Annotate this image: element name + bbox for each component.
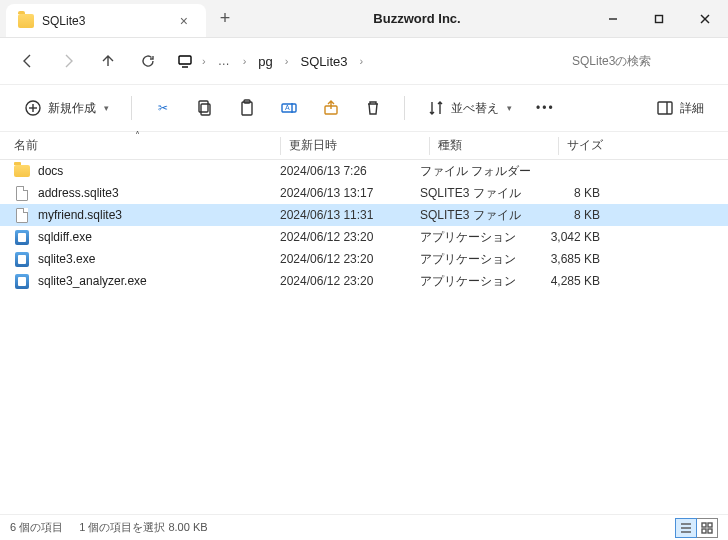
file-size: 8 KB: [540, 186, 620, 200]
search-input[interactable]: SQLite3の検索: [568, 47, 718, 76]
svg-rect-23: [708, 523, 712, 527]
forward-button[interactable]: [50, 43, 86, 79]
maximize-button[interactable]: [636, 0, 682, 37]
close-button[interactable]: [682, 0, 728, 37]
breadcrumb-seg-pg[interactable]: pg: [254, 52, 276, 71]
command-bar: 新規作成 ▾ ✂ A 並べ替え ▾ ••• 詳細: [0, 84, 728, 132]
view-thumbnails-button[interactable]: [696, 518, 718, 538]
chevron-right-icon[interactable]: ›: [353, 55, 369, 67]
file-date: 2024/06/12 23:20: [280, 230, 420, 244]
refresh-button[interactable]: [130, 43, 166, 79]
column-date[interactable]: 更新日時: [289, 137, 429, 154]
file-date: 2024/06/13 11:31: [280, 208, 420, 222]
file-name: docs: [38, 164, 63, 178]
table-row[interactable]: docs2024/06/13 7:26ファイル フォルダー: [0, 160, 728, 182]
folder-icon: [18, 14, 34, 28]
file-date: 2024/06/12 23:20: [280, 252, 420, 266]
svg-rect-17: [658, 102, 672, 114]
share-button[interactable]: [312, 91, 350, 125]
rename-icon: A: [280, 99, 298, 117]
status-selection: 1 個の項目を選択 8.00 KB: [79, 520, 207, 535]
exe-icon: [14, 273, 30, 289]
tab-title: SQLite3: [42, 14, 85, 28]
column-size[interactable]: サイズ: [567, 137, 728, 154]
file-name: sqlite3.exe: [38, 252, 95, 266]
file-size: 3,042 KB: [540, 230, 620, 244]
file-list: docs2024/06/13 7:26ファイル フォルダーaddress.sql…: [0, 160, 728, 292]
status-bar: 6 個の項目 1 個の項目を選択 8.00 KB: [0, 514, 728, 540]
view-details-button[interactable]: [675, 518, 697, 538]
breadcrumb[interactable]: › … › pg › SQLite3 ›: [176, 52, 564, 71]
details-icon: [656, 99, 674, 117]
sort-indicator-icon: ˄: [135, 130, 140, 141]
chevron-down-icon: ▾: [104, 103, 109, 113]
svg-rect-22: [702, 523, 706, 527]
titlebar: SQLite3 × + Buzzword Inc.: [0, 0, 728, 38]
separator: [131, 96, 132, 120]
status-count: 6 個の項目: [10, 520, 63, 535]
copy-icon: [196, 99, 214, 117]
delete-button[interactable]: [354, 91, 392, 125]
svg-rect-24: [702, 529, 706, 533]
column-headers: ˄ 名前 更新日時 種類 サイズ: [0, 132, 728, 160]
rename-button[interactable]: A: [270, 91, 308, 125]
svg-text:A: A: [285, 104, 290, 111]
breadcrumb-seg-sqlite3[interactable]: SQLite3: [296, 52, 351, 71]
chevron-right-icon[interactable]: ›: [279, 55, 295, 67]
clipboard-icon: [238, 99, 256, 117]
minimize-button[interactable]: [590, 0, 636, 37]
table-row[interactable]: sqlite3_analyzer.exe2024/06/12 23:20アプリケ…: [0, 270, 728, 292]
tab-close-button[interactable]: ×: [174, 11, 194, 31]
file-icon: [14, 185, 30, 201]
breadcrumb-overflow[interactable]: …: [214, 54, 235, 68]
chevron-right-icon[interactable]: ›: [237, 55, 253, 67]
trash-icon: [364, 99, 382, 117]
file-date: 2024/06/13 7:26: [280, 164, 420, 178]
svg-rect-1: [656, 15, 663, 22]
up-button[interactable]: [90, 43, 126, 79]
more-button[interactable]: •••: [526, 91, 565, 125]
table-row[interactable]: myfriend.sqlite32024/06/13 11:31SQLITE3 …: [0, 204, 728, 226]
chevron-right-icon[interactable]: ›: [196, 55, 212, 67]
ellipsis-icon: •••: [536, 101, 555, 115]
nav-toolbar: › … › pg › SQLite3 › SQLite3の検索: [0, 38, 728, 84]
svg-rect-25: [708, 529, 712, 533]
window-controls: [590, 0, 728, 37]
file-type: アプリケーション: [420, 273, 540, 290]
svg-rect-11: [242, 102, 252, 115]
app-title: Buzzword Inc.: [244, 0, 590, 37]
file-date: 2024/06/12 23:20: [280, 274, 420, 288]
table-row[interactable]: sqldiff.exe2024/06/12 23:20アプリケーション3,042…: [0, 226, 728, 248]
cut-button[interactable]: ✂: [144, 91, 182, 125]
table-row[interactable]: sqlite3.exe2024/06/12 23:20アプリケーション3,685…: [0, 248, 728, 270]
folder-icon: [14, 163, 30, 179]
file-size: 3,685 KB: [540, 252, 620, 266]
sort-button[interactable]: 並べ替え ▾: [417, 91, 522, 125]
new-button[interactable]: 新規作成 ▾: [14, 91, 119, 125]
file-type: アプリケーション: [420, 229, 540, 246]
file-name: myfriend.sqlite3: [38, 208, 122, 222]
separator: [404, 96, 405, 120]
sort-icon: [427, 99, 445, 117]
scissors-icon: ✂: [154, 99, 172, 117]
plus-circle-icon: [24, 99, 42, 117]
svg-rect-4: [179, 56, 191, 64]
file-date: 2024/06/13 13:17: [280, 186, 420, 200]
table-row[interactable]: address.sqlite32024/06/13 13:17SQLITE3 フ…: [0, 182, 728, 204]
column-name[interactable]: 名前: [14, 137, 280, 154]
file-type: SQLITE3 ファイル: [420, 207, 540, 224]
file-type: アプリケーション: [420, 251, 540, 268]
new-tab-button[interactable]: +: [206, 0, 244, 37]
exe-icon: [14, 229, 30, 245]
new-label: 新規作成: [48, 100, 96, 117]
paste-button[interactable]: [228, 91, 266, 125]
column-type[interactable]: 種類: [438, 137, 558, 154]
details-pane-button[interactable]: 詳細: [646, 91, 714, 125]
copy-button[interactable]: [186, 91, 224, 125]
file-size: 4,285 KB: [540, 274, 620, 288]
back-button[interactable]: [10, 43, 46, 79]
monitor-icon: [176, 52, 194, 70]
share-icon: [322, 99, 340, 117]
file-type: SQLITE3 ファイル: [420, 185, 540, 202]
window-tab[interactable]: SQLite3 ×: [6, 4, 206, 37]
